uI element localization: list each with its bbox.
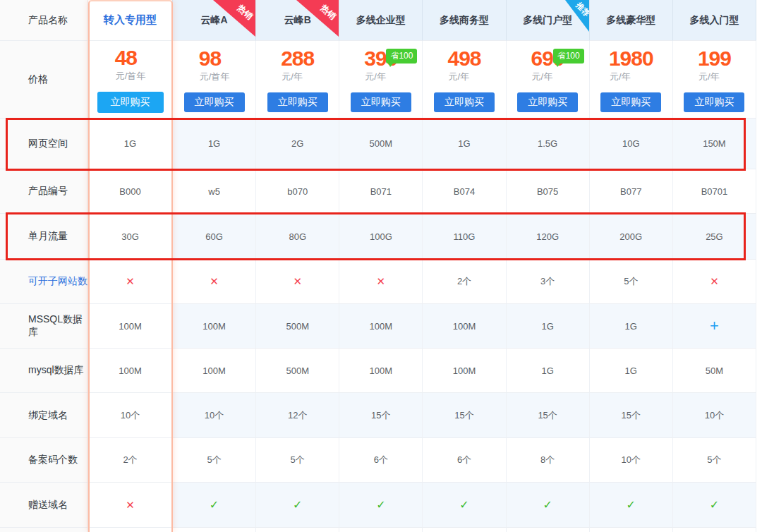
feature-cell: 1G — [173, 119, 256, 169]
feature-cell: B000 — [88, 169, 173, 214]
feature-cell: ✕ — [173, 260, 256, 304]
row-label: 备案码个数 — [0, 438, 88, 483]
feature-cell: 60G — [173, 214, 256, 260]
feature-cell: 10个 — [173, 393, 256, 438]
partial-row-cell — [673, 528, 756, 532]
feature-cell: 25G — [673, 214, 756, 260]
cell-value: 2G — [291, 138, 303, 149]
buy-button[interactable]: 立即购买 — [600, 92, 661, 112]
x-icon: ✕ — [710, 275, 719, 288]
buy-button[interactable]: 立即购买 — [684, 92, 744, 112]
feature-cell: ✕ — [88, 483, 173, 528]
check-icon: ✓ — [543, 498, 552, 512]
hosting-pricing-page: 产品名称 转入专用型云峰A热销云峰B热销多线企业型多线商务型多线门户型推荐多线豪… — [0, 0, 762, 532]
feature-cell: 1G — [88, 119, 173, 169]
feature-cell: 150M — [673, 119, 756, 169]
price-value: 498 — [447, 47, 480, 71]
cell-value: 10个 — [205, 409, 224, 422]
feature-cell: 500M — [339, 119, 423, 169]
cell-value: 6个 — [374, 454, 388, 466]
cell-value: 30G — [121, 231, 139, 242]
price-cell: 48元/首年立即购买 — [88, 41, 173, 119]
save-badge: 省100 — [553, 49, 584, 64]
product-header: 转入专用型 — [88, 0, 173, 41]
cell-value: 2个 — [457, 275, 471, 288]
price-value: 199 — [698, 47, 731, 71]
row-label: mysql数据库 — [0, 349, 88, 393]
feature-cell: 1G — [423, 119, 506, 169]
feature-cell: 6个 — [423, 438, 506, 483]
cell-value: 1G — [541, 321, 553, 332]
check-icon: ✓ — [459, 498, 468, 512]
price-value: 98 — [199, 47, 230, 71]
product-header: 多线豪华型 — [590, 0, 673, 41]
price-line: 199元/年 — [698, 47, 731, 83]
cell-value: 5个 — [707, 454, 721, 466]
price-unit: 元/年 — [610, 71, 653, 83]
partial-row-cell — [590, 528, 673, 532]
feature-cell: B071 — [339, 169, 423, 214]
row-label: MSSQL数据库 — [0, 304, 88, 349]
x-icon: ✕ — [293, 275, 302, 288]
price-value: 1980 — [609, 47, 653, 71]
feature-cell: ✓ — [590, 483, 673, 528]
cell-value: 5个 — [207, 454, 221, 466]
feature-cell: w5 — [173, 169, 256, 214]
check-icon: ✓ — [210, 498, 219, 512]
cell-value: B0701 — [701, 186, 728, 197]
price-unit: 元/年 — [282, 71, 314, 83]
feature-cell: 100M — [173, 304, 256, 349]
cell-value: 1G — [124, 138, 136, 149]
save-badge: 省100 — [386, 49, 417, 64]
feature-cell: 10个 — [88, 393, 173, 438]
feature-cell: 2个 — [423, 260, 506, 304]
check-icon: ✓ — [376, 498, 385, 512]
feature-cell: 200G — [590, 214, 673, 260]
feature-cell: 100M — [88, 349, 173, 393]
partial-row-cell — [423, 528, 506, 532]
cell-value: 10G — [622, 138, 640, 149]
feature-cell: ✕ — [256, 260, 339, 304]
cell-value: 100M — [202, 321, 226, 332]
partial-row-cell — [88, 528, 173, 532]
feature-cell: 3个 — [507, 260, 590, 304]
feature-cell: ✓ — [423, 483, 506, 528]
price-value: 288 — [281, 47, 314, 71]
buy-button[interactable]: 立即购买 — [97, 92, 164, 113]
cell-value: 100M — [202, 365, 226, 376]
cell-value: 100M — [119, 365, 142, 376]
feature-cell: 10个 — [590, 438, 673, 483]
cell-value: 500M — [286, 321, 309, 332]
price-line: 98元/首年 — [199, 47, 230, 83]
feature-cell: ✓ — [339, 483, 423, 528]
feature-cell: 100M — [88, 304, 173, 349]
buy-button[interactable]: 立即购买 — [267, 92, 328, 112]
feature-cell: 5个 — [173, 438, 256, 483]
product-header: 多线门户型推荐 — [507, 0, 590, 41]
cell-value: 100M — [119, 321, 142, 332]
feature-cell: 12个 — [256, 393, 339, 438]
buy-button[interactable]: 立即购买 — [184, 92, 245, 112]
check-icon: ✓ — [293, 498, 302, 512]
price-cell: 省100399元/年立即购买 — [339, 41, 423, 119]
cell-value: 1G — [458, 138, 470, 149]
buy-button[interactable]: 立即购买 — [517, 92, 578, 112]
feature-cell: + — [673, 304, 756, 349]
price-unit: 元/首年 — [116, 70, 146, 83]
price-cell: 498元/年立即购买 — [423, 41, 506, 119]
cell-value: B000 — [119, 186, 140, 197]
row-label-price: 价格 — [0, 41, 88, 119]
feature-cell: 5个 — [590, 260, 673, 304]
cell-value: 500M — [286, 365, 309, 376]
buy-button[interactable]: 立即购买 — [434, 92, 495, 112]
buy-button[interactable]: 立即购买 — [351, 92, 411, 112]
price-unit: 元/年 — [532, 71, 564, 83]
product-name: 转入专用型 — [104, 13, 157, 27]
cell-value: 5个 — [291, 454, 305, 466]
partial-row-cell — [339, 528, 423, 532]
feature-cell: 100M — [423, 304, 506, 349]
cell-value: 1G — [208, 138, 220, 149]
plus-icon: + — [710, 318, 719, 334]
feature-cell: 6个 — [339, 438, 423, 483]
feature-cell: ✕ — [673, 260, 756, 304]
